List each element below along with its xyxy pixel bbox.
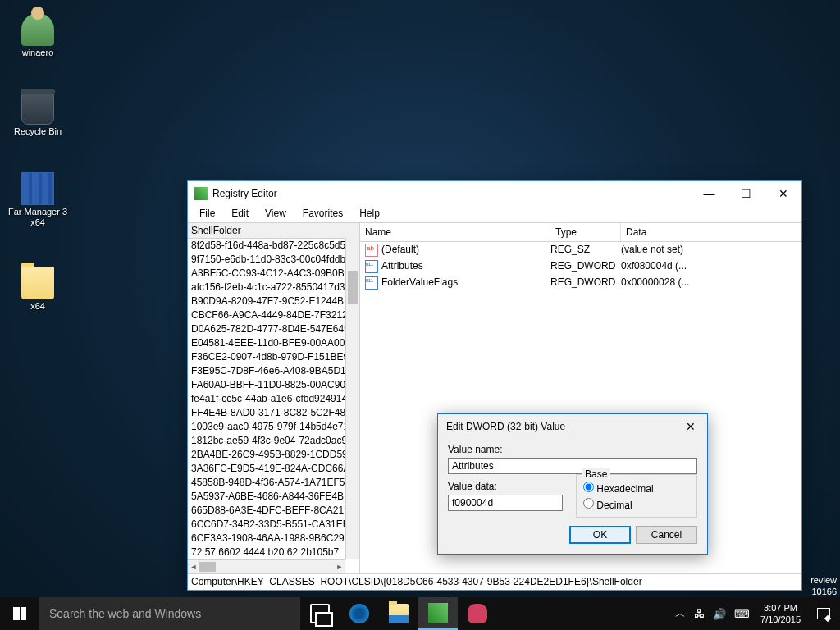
value-data-label: Value data: (448, 481, 563, 492)
start-button[interactable] (0, 597, 39, 630)
taskbar: Search the web and Windows ︿ 🖧 🔊 ⌨ 3:07 … (0, 597, 840, 630)
desktop-icon-winaero[interactable]: winaero (7, 13, 69, 58)
notification-icon (817, 608, 830, 619)
column-data[interactable]: Data (621, 223, 801, 241)
tree-header[interactable]: ShellFolder (188, 223, 359, 239)
value-row[interactable]: (Default)REG_SZ(value not set) (360, 242, 801, 258)
dialog-body: Value name: Value data: Base Hexadecimal… (438, 439, 707, 554)
desktop-icon-recycle-bin[interactable]: Recycle Bin (7, 92, 69, 137)
app-taskbar-button[interactable] (458, 597, 497, 630)
tree-item[interactable]: F3E95C-7D8F-46e6-A408-9BA5D1FA50 (191, 364, 359, 378)
value-name: (Default) (381, 244, 550, 257)
tree-item[interactable]: FA60A0-BBFF-11D0-8825-00AC903B8 (191, 378, 359, 392)
tree-item[interactable]: 72 57 6602 4444 b20 62 2b105b7 (191, 546, 359, 559)
tree-item[interactable]: F36CE2-0907-4d8b-979D-F151BE91C8 (191, 350, 359, 364)
tree-item[interactable]: 1003e9-aac0-4975-979f-14b5d4e717f8 (191, 420, 359, 434)
explorer-button[interactable] (379, 597, 418, 630)
value-row[interactable]: FolderValueFlagsREG_DWORD0x00000028 (... (360, 275, 801, 291)
menu-help[interactable]: Help (351, 206, 388, 222)
tree-item[interactable]: A3BF5C-CC93-4C12-A4C3-09B0BBE7F (191, 267, 359, 281)
menu-file[interactable]: File (191, 206, 223, 222)
statusbar: Computer\HKEY_CLASSES_ROOT\CLSID\{018D5C… (188, 573, 801, 590)
tree-scrollbar-horizontal[interactable]: ◄ ► (188, 559, 345, 573)
desktop-icon-label: Recycle Bin (7, 126, 69, 137)
far-manager-icon (21, 172, 54, 205)
desktop-icon-label: x64 (7, 301, 69, 312)
column-type[interactable]: Type (550, 223, 621, 241)
tray-volume-icon[interactable]: 🔊 (709, 608, 730, 620)
tray-chevron[interactable]: ︿ (671, 606, 690, 621)
tree-item[interactable]: fe4a1f-cc5c-44ab-a1e6-cfbd9249146c (191, 392, 359, 406)
desktop-icon-x64-folder[interactable]: x64 (7, 267, 69, 312)
value-name: FolderValueFlags (381, 276, 550, 290)
edge-button[interactable] (340, 597, 379, 630)
tree-item[interactable]: B90D9A-8209-47F7-9C52-E1244BF50C (191, 294, 359, 308)
column-name[interactable]: Name (360, 223, 550, 241)
value-type: REG_DWORD (550, 276, 621, 290)
dialog-title: Edit DWORD (32-bit) Value (446, 421, 674, 432)
tray-keyboard-icon[interactable]: ⌨ (730, 608, 754, 620)
tree-item[interactable]: 665D88-6A3E-4DFC-BEFF-8CA2118A5 (191, 504, 359, 518)
maximize-button[interactable]: ☐ (728, 182, 765, 206)
regedit-taskbar-button[interactable] (418, 597, 458, 630)
tree-item[interactable]: 2BA4BE-26C9-495B-8829-1CDD59467 (191, 448, 359, 462)
regedit-icon (428, 603, 448, 623)
tree-item[interactable]: 6CC6D7-34B2-33D5-B551-CA31EB6CE (191, 518, 359, 532)
value-type-icon (365, 260, 378, 273)
value-name-input[interactable] (448, 458, 697, 474)
system-tray: ︿ 🖧 🔊 ⌨ 3:07 PM 7/10/2015 (671, 597, 840, 630)
value-data-input[interactable] (448, 495, 563, 511)
desktop-icon-label: winaero (7, 48, 69, 58)
radio-hex-input[interactable] (583, 482, 594, 492)
value-name-label: Value name: (448, 444, 697, 455)
radio-hexadecimal[interactable]: Hexadecimal (583, 480, 690, 496)
scrollbar-thumb[interactable] (348, 271, 358, 304)
dialog-close-button[interactable]: ✕ (674, 415, 707, 439)
radio-dec-input[interactable] (583, 498, 594, 509)
desktop-icon-far-manager[interactable]: Far Manager 3 x64 (7, 172, 69, 228)
tree-item[interactable]: D0A625-782D-4777-8D4E-547E6457FA (191, 322, 359, 336)
tree-item[interactable]: E04581-4EEE-11d0-BFE9-00AA005B43 (191, 336, 359, 350)
close-button[interactable]: ✕ (765, 182, 801, 206)
scrollbar-thumb[interactable] (199, 562, 216, 572)
tree-item[interactable]: 3A36FC-E9D5-419E-824A-CDC66A116 (191, 462, 359, 476)
tree-item[interactable]: 5A5937-A6BE-4686-A844-36FE4BEC8E (191, 490, 359, 504)
cancel-button[interactable]: Cancel (636, 526, 697, 544)
tree-item[interactable]: CBCF66-A9CA-4449-84DE-7F321232B (191, 308, 359, 322)
search-box[interactable]: Search the web and Windows (39, 597, 300, 630)
tree-panel: ShellFolder 8f2d58-f16d-448a-bd87-225c8c… (188, 223, 360, 573)
menu-edit[interactable]: Edit (223, 206, 257, 222)
edge-icon (349, 604, 369, 623)
user-icon (21, 13, 54, 46)
tree-item[interactable]: 8f2d58-f16d-448a-bd87-225c8c5d5c94 (191, 239, 359, 253)
tree-item[interactable]: afc156-f2eb-4c1c-a722-8550417d396f (191, 281, 359, 294)
tree-item[interactable]: 45858B-948D-4f36-A574-1A71EF5111C (191, 476, 359, 490)
scroll-right-arrow[interactable]: ► (334, 560, 345, 573)
scroll-left-arrow[interactable]: ◄ (188, 560, 199, 573)
folder-icon (21, 267, 54, 299)
tree-scrollbar-vertical[interactable] (345, 238, 359, 559)
tree-item[interactable]: 6CE3A3-1908-46AA-1988-9B6C290DB (191, 532, 359, 546)
action-center-button[interactable] (807, 597, 840, 630)
menu-favorites[interactable]: Favorites (294, 206, 351, 222)
value-data: (value not set) (621, 244, 801, 257)
dialog-titlebar[interactable]: Edit DWORD (32-bit) Value ✕ (438, 414, 707, 439)
tray-network-icon[interactable]: 🖧 (690, 608, 709, 620)
base-group-label: Base (582, 468, 610, 480)
radio-decimal[interactable]: Decimal (583, 496, 690, 513)
task-view-button[interactable] (300, 597, 340, 630)
minimize-button[interactable]: — (691, 182, 728, 206)
menu-view[interactable]: View (257, 206, 294, 222)
file-explorer-icon (389, 604, 409, 623)
value-type: REG_SZ (550, 244, 621, 257)
clock[interactable]: 3:07 PM 7/10/2015 (754, 602, 807, 626)
base-group: Base Hexadecimal Decimal (576, 474, 697, 518)
tree-list[interactable]: 8f2d58-f16d-448a-bd87-225c8c5d5c949f7150… (188, 239, 359, 573)
value-type-icon (365, 276, 378, 290)
tree-item[interactable]: 1812bc-ae59-4f3c-9e04-72adc0ac9da (191, 434, 359, 448)
titlebar[interactable]: Registry Editor — ☐ ✕ (188, 181, 801, 206)
tree-item[interactable]: FF4E4B-8AD0-3171-8C82-5C2F48B87E (191, 406, 359, 420)
tree-item[interactable]: 9f7150-e6db-11d0-83c3-00c04fddb82 (191, 253, 359, 267)
ok-button[interactable]: OK (569, 526, 631, 544)
value-row[interactable]: AttributesREG_DWORD0xf080004d (... (360, 258, 801, 275)
